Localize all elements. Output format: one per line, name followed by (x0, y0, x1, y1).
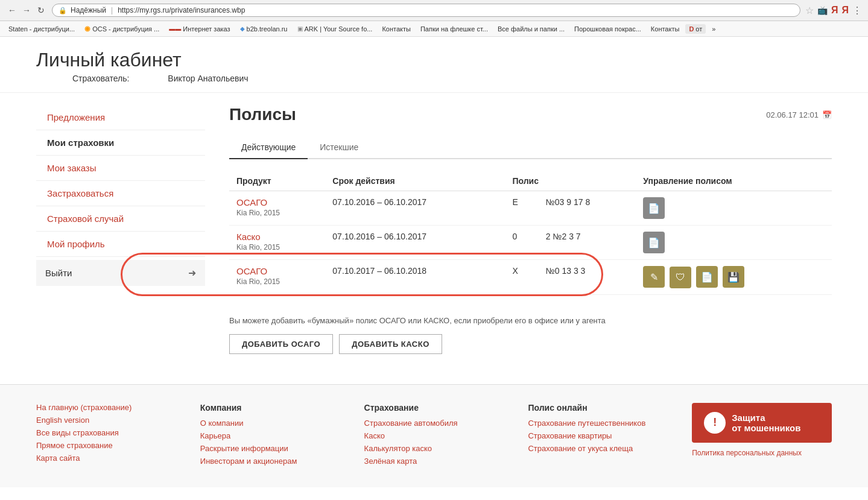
logout-button[interactable]: Выйти ➜ (36, 260, 205, 286)
url-bar[interactable]: 🔒 Надёжный | https://my.rgs.ru/private/i… (52, 4, 800, 17)
footer-link-green-card[interactable]: Зелёная карта (364, 457, 504, 466)
sidebar-item-insurance-case[interactable]: Страховой случай (36, 206, 205, 231)
cast-icon[interactable]: 📺 (817, 5, 828, 15)
browser-nav-buttons[interactable]: ← → ↻ (6, 4, 47, 16)
shield-button[interactable]: 🛡 (670, 267, 691, 288)
table-header-row: Продукт Срок действия Полис Управление п… (229, 171, 832, 191)
table-row highlighted-row-container: ОСАГО Kia Rio, 2015 07.10.2017 – 06.10.2… (229, 260, 832, 295)
tab-active[interactable]: Действующие (229, 136, 308, 159)
content-area: Полисы 02.06.17 12:01 📅 Действующие Исте… (205, 93, 832, 366)
footer-link-apartment[interactable]: Страхование квартиры (528, 431, 668, 440)
bookmark-staten[interactable]: Staten - дистрибуци... (5, 24, 78, 34)
table-wrapper: Продукт Срок действия Полис Управление п… (229, 171, 832, 295)
bookmark-contacts1[interactable]: Контакты (378, 24, 414, 34)
policy-product-cell: ОСАГО Kia Rio, 2015 (229, 191, 325, 226)
document-button[interactable]: 📄 (643, 232, 665, 253)
footer-policy-link[interactable]: Политика персональных данных (692, 449, 832, 457)
policy-car: Kia Rio, 2015 (236, 209, 318, 217)
datetime-text: 02.06.17 12:01 (766, 110, 819, 119)
sidebar-item-my-orders[interactable]: Мои заказы (36, 156, 205, 180)
sidebar-item-my-insurance[interactable]: Мои страховки (36, 130, 205, 155)
url-text: https://my.rgs.ru/private/insurances.wbp (118, 6, 245, 14)
policy-series: 0 (505, 226, 538, 260)
footer-link-all-insurance[interactable]: Все виды страхования (36, 428, 176, 437)
col-header-product: Продукт (229, 171, 325, 191)
bookmark-ocs[interactable]: ◉ OCS - дистрибуция ... (81, 24, 163, 34)
header-title: Личный кабинет (36, 49, 832, 71)
bookmark-ot[interactable]: D от (685, 24, 706, 34)
more-bookmarks[interactable]: » (708, 24, 719, 34)
page-header: Личный кабинет Страхователь: Виктор Анат… (0, 37, 868, 93)
download-button[interactable]: 💾 (723, 266, 744, 288)
forward-button[interactable]: → (21, 4, 33, 16)
sidebar-item-my-profile[interactable]: Мой профиль (36, 232, 205, 256)
sidebar-item-offers[interactable]: Предложения (36, 105, 205, 130)
footer-link-direct[interactable]: Прямое страхование (36, 441, 176, 450)
col-header-period: Срок действия (325, 171, 505, 191)
add-kasko-button[interactable]: ДОБАВИТЬ КАСКО (339, 334, 442, 354)
policies-table: Продукт Срок действия Полис Управление п… (229, 171, 832, 295)
datetime-area: 02.06.17 12:01 📅 (766, 110, 832, 119)
policy-car: Kia Rio, 2015 (236, 243, 318, 252)
calendar-icon[interactable]: 📅 (822, 110, 832, 119)
fraud-icon: ! (704, 412, 726, 434)
col-header-management: Управление полисом (636, 171, 832, 191)
bookmarks-bar: Staten - дистрибуци... ◉ OCS - дистрибуц… (0, 21, 868, 37)
page-wrapper: Личный кабинет Страхователь: Виктор Анат… (0, 37, 868, 487)
fraud-protection-box[interactable]: ! Защита от мошенников (692, 403, 832, 443)
footer-link-main[interactable]: На главную (страхование) (36, 403, 176, 412)
page-footer: На главную (страхование) English version… (0, 384, 868, 487)
footer-col-company: Компания О компании Карьера Раскрытие ин… (200, 403, 340, 469)
policy-name: ОСАГО (236, 266, 318, 276)
footer-link-kasko[interactable]: Каско (364, 431, 504, 440)
footer-col-fraud: ! Защита от мошенников Политика персонал… (692, 403, 832, 469)
policy-number: №0 13 3 3 (539, 260, 636, 295)
footer-link-career[interactable]: Карьера (200, 431, 340, 440)
refresh-button[interactable]: ↻ (35, 4, 47, 16)
back-button[interactable]: ← (6, 4, 18, 16)
policy-series: Е (505, 191, 538, 226)
browser-bar: ← → ↻ 🔒 Надёжный | https://my.rgs.ru/pri… (0, 0, 868, 21)
footer-col-general: На главную (страхование) English version… (36, 403, 176, 469)
policy-actions: 📄 (636, 226, 832, 260)
lock-icon: 🔒 (59, 7, 67, 14)
footer-col-insurance: Страхование Страхование автомобиля Каско… (364, 403, 504, 469)
insurer-name: Виктор Анатольевич (168, 74, 248, 83)
bookmark-ark[interactable]: ▣ ARK | Your Source fo... (294, 24, 376, 34)
footer-link-investors[interactable]: Инвесторам и акционерам (200, 457, 340, 466)
bookmark-b2b[interactable]: ◆ b2b.treolan.ru (236, 24, 291, 34)
footer-insurance-title: Страхование (364, 403, 504, 413)
add-policy-hint: Вы можете добавить «бумажный» полис ОСАГ… (229, 316, 832, 325)
footer-link-travel[interactable]: Страхование путешественников (528, 419, 668, 428)
policy-period: 07.10.2017 – 06.10.2018 (325, 260, 505, 295)
document-button[interactable]: 📄 (643, 197, 665, 219)
bookmark-internet[interactable]: ▬▬ Интернет заказ (165, 24, 233, 34)
bookmark-folders[interactable]: Папки на флешке ст... (417, 24, 492, 34)
policy-name: ОСАГО (236, 197, 318, 207)
footer-link-about[interactable]: О компании (200, 419, 340, 428)
col-header-policy: Полис (505, 171, 636, 191)
add-osago-button[interactable]: ДОБАВИТЬ ОСАГО (229, 334, 333, 354)
footer-company-title: Компания (200, 403, 340, 413)
footer-link-auto[interactable]: Страхование автомобиля (364, 419, 504, 428)
bookmark-powder[interactable]: Порошковая покрас... (571, 24, 645, 34)
fraud-label: Защита от мошенников (732, 413, 800, 433)
menu-icon[interactable]: ⋮ (852, 5, 862, 16)
footer-link-tick[interactable]: Страхование от укуса клеща (528, 444, 668, 453)
bookmark-allfiles[interactable]: Все файлы и папки ... (494, 24, 568, 34)
policy-product-cell: Каско Kia Rio, 2015 (229, 226, 325, 260)
footer-link-english[interactable]: English version (36, 416, 176, 425)
footer-link-disclosure[interactable]: Раскрытие информации (200, 444, 340, 453)
bookmark-contacts2[interactable]: Контакты (647, 24, 683, 34)
content-header: Полисы 02.06.17 12:01 📅 (229, 105, 832, 124)
footer-link-kasko-calc[interactable]: Калькулятор каско (364, 444, 504, 453)
sidebar-item-get-insurance[interactable]: Застраховаться (36, 181, 205, 206)
yandex-icon2: Я (842, 5, 849, 16)
edit-button[interactable]: ✎ (643, 266, 665, 288)
star-icon[interactable]: ☆ (805, 5, 814, 16)
footer-link-sitemap[interactable]: Карта сайта (36, 454, 176, 463)
tab-expired[interactable]: Истекшие (308, 136, 370, 159)
page-title: Полисы (229, 105, 296, 124)
policy-period: 07.10.2016 – 06.10.2017 (325, 226, 505, 260)
pdf-button[interactable]: 📄 (696, 266, 718, 288)
